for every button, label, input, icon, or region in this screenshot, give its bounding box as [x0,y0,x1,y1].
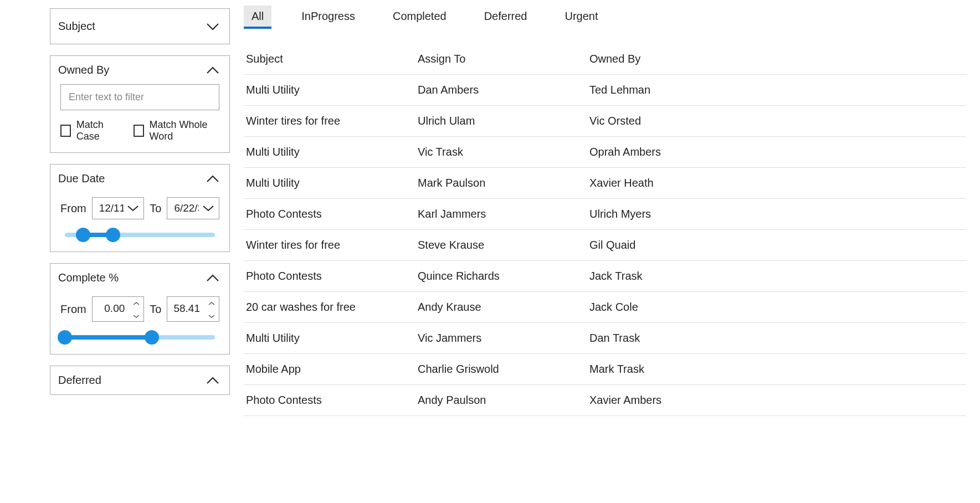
cell-subject: Multi Utility [246,146,418,158]
cell-assign: Dan Ambers [418,84,589,96]
complete-panel-header[interactable]: Complete % [50,264,229,292]
cell-subject: Multi Utility [246,84,418,96]
due-date-slider[interactable] [65,233,215,237]
match-case-option[interactable]: Match Case [60,119,120,142]
due-date-to-label: To [150,202,161,215]
complete-from-input[interactable]: 0.00 [92,296,145,322]
grid-row[interactable]: Multi UtilityDan AmbersTed Lehman [244,75,966,106]
spin-up-icon[interactable] [208,297,216,309]
slider-handle-to[interactable] [145,330,159,345]
cell-assign: Andy Paulson [418,394,589,407]
chevron-up-icon [206,377,219,384]
owned-by-title: Owned By [58,64,109,76]
complete-title: Complete % [58,271,119,284]
due-date-panel-header[interactable]: Due Date [50,165,229,193]
grid-row[interactable]: Photo ContestsQuince RichardsJack Trask [244,261,966,292]
chevron-down-icon [206,23,219,30]
complete-slider[interactable] [65,335,215,340]
match-whole-word-option[interactable]: Match Whole Word [134,119,219,142]
cell-assign: Mark Paulson [418,177,589,189]
data-grid: Subject Assign To Owned By Multi Utility… [244,44,966,416]
subject-panel-header[interactable]: Subject [50,9,229,44]
chevron-down-icon [127,202,139,214]
due-date-from-value: 12/11/10 [99,202,124,214]
cell-owned: Dan Trask [589,332,964,345]
due-date-from-label: From [60,202,86,215]
cell-subject: Winter tires for free [246,115,418,127]
due-date-from-input[interactable]: 12/11/10 [92,197,145,219]
grid-row[interactable]: Photo ContestsKarl JammersUlrich Myers [244,199,966,230]
subject-panel: Subject [50,8,230,44]
spin-down-icon[interactable] [132,310,140,321]
cell-assign: Andy Krause [418,301,589,314]
grid-row[interactable]: Multi UtilityVic JammersDan Trask [244,323,966,354]
spin-down-icon[interactable] [208,310,216,321]
cell-owned: Oprah Ambers [589,146,964,158]
cell-assign: Steve Krause [418,239,589,252]
complete-to-label: To [150,303,161,316]
grid-header-assign[interactable]: Assign To [418,53,589,65]
chevron-up-icon [206,66,219,74]
cell-assign: Charlie Griswold [418,363,589,376]
chevron-up-icon [206,175,219,183]
grid-row[interactable]: Multi UtilityMark PaulsonXavier Heath [244,168,966,199]
slider-handle-from[interactable] [58,330,72,345]
cell-owned: Jack Cole [589,301,964,314]
cell-assign: Vic Jammers [418,332,589,345]
deferred-panel-header[interactable]: Deferred [50,366,229,394]
grid-row[interactable]: Multi UtilityVic TraskOprah Ambers [244,137,966,168]
checkbox-icon [134,125,144,137]
complete-from-value: 0.00 [93,297,130,321]
cell-assign: Vic Trask [418,146,589,158]
due-date-range-row: From 12/11/10 To 6/22/368 [60,197,219,219]
grid-header-subject[interactable]: Subject [246,53,418,65]
cell-subject: Multi Utility [246,332,418,345]
owned-by-body: Match Case Match Whole Word [50,84,229,152]
grid-row[interactable]: Winter tires for freeSteve KrauseGil Qua… [244,230,966,261]
complete-to-input[interactable]: 58.41 [167,296,219,322]
tab-completed[interactable]: Completed [385,6,454,27]
grid-row[interactable]: Mobile AppCharlie GriswoldMark Trask [244,354,966,385]
cell-assign: Ulrich Ulam [418,115,589,127]
tab-deferred[interactable]: Deferred [476,6,535,27]
spin-buttons [129,297,143,321]
due-date-to-input[interactable]: 6/22/368 [167,197,219,219]
due-date-to-value: 6/22/368 [174,202,199,214]
cell-subject: Photo Contests [246,270,418,283]
cell-subject: 20 car washes for free [246,301,418,314]
complete-from-label: From [60,303,86,316]
tab-inprogress[interactable]: InProgress [294,6,363,27]
complete-body: From 0.00 To 58.41 [50,296,229,354]
owned-by-options: Match Case Match Whole Word [60,119,219,142]
cell-owned: Ted Lehman [589,84,964,96]
spin-buttons [204,297,219,321]
due-date-body: From 12/11/10 To 6/22/368 [50,197,229,252]
grid-row[interactable]: 20 car washes for freeAndy KrauseJack Co… [244,292,966,323]
cell-owned: Gil Quaid [589,239,964,252]
chevron-up-icon [206,274,219,282]
match-whole-label: Match Whole Word [150,119,219,142]
tab-all[interactable]: All [244,6,271,27]
cell-owned: Jack Trask [589,270,964,283]
cell-assign: Quince Richards [418,270,589,283]
match-case-label: Match Case [76,119,120,142]
owned-by-filter-input[interactable] [60,84,219,110]
grid-header-owned[interactable]: Owned By [589,53,964,65]
grid-row[interactable]: Photo ContestsAndy PaulsonXavier Ambers [244,385,966,416]
cell-subject: Winter tires for free [246,239,418,252]
due-date-title: Due Date [58,172,105,185]
grid-row[interactable]: Winter tires for freeUlrich UlamVic Orst… [244,106,966,137]
owned-by-panel-header[interactable]: Owned By [50,56,229,84]
cell-owned: Xavier Heath [589,177,964,189]
cell-subject: Multi Utility [246,177,418,189]
slider-handle-from[interactable] [76,228,90,242]
spin-up-icon[interactable] [132,297,140,309]
grid-body: Multi UtilityDan AmbersTed LehmanWinter … [244,75,966,416]
complete-range-row: From 0.00 To 58.41 [60,296,219,322]
tab-urgent[interactable]: Urgent [557,6,606,27]
cell-owned: Ulrich Myers [589,208,964,220]
subject-title: Subject [58,20,95,33]
deferred-panel: Deferred [50,366,230,395]
cell-subject: Photo Contests [246,394,418,407]
slider-handle-to[interactable] [106,228,120,242]
